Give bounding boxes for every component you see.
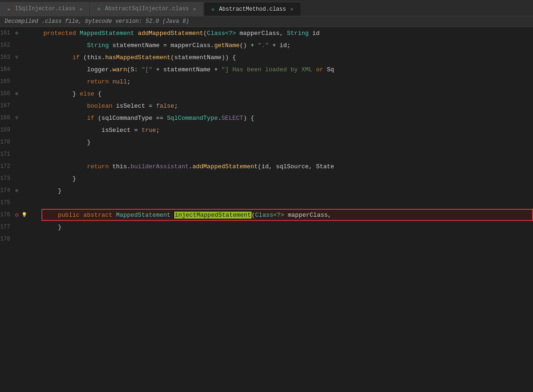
- empty-icon: [13, 199, 20, 206]
- plain: this.: [87, 54, 105, 61]
- java-icon: ☕: [6, 6, 12, 12]
- var: statementName: [174, 54, 221, 61]
- gutter-row-166: 166 ⊙: [0, 88, 40, 100]
- line-num-168: 168: [0, 115, 13, 121]
- keyword2: true: [142, 127, 156, 134]
- plain: + id;: [269, 42, 291, 49]
- code-content: protected MappedStatement addMappedState…: [40, 27, 533, 391]
- string: "[": [142, 66, 152, 73]
- gutter-row-165: 165: [0, 76, 40, 88]
- info-bar: Decompiled .class file, bytecode version…: [0, 16, 533, 27]
- debug-icon-176[interactable]: ⚙: [13, 211, 20, 219]
- type: SqlCommandType: [167, 115, 218, 122]
- code-lines: protected MappedStatement addMappedState…: [40, 27, 533, 245]
- code-line-176: public abstract MappedStatement injectMa…: [43, 209, 533, 221]
- paren: (: [171, 54, 174, 61]
- code-line-173: }: [43, 172, 533, 185]
- line-num-170: 170: [0, 139, 13, 145]
- highlighted-method-name: injectMappedStatement: [174, 212, 252, 219]
- paren: }: [87, 139, 91, 146]
- keyword: return: [87, 163, 113, 170]
- var: logger.: [87, 66, 113, 73]
- arrow-icon-163[interactable]: ▽: [13, 54, 20, 61]
- line-num-163: 163: [0, 54, 13, 61]
- tab-close[interactable]: ✕: [78, 6, 84, 13]
- code-line-175: [43, 197, 533, 209]
- method: getName: [214, 42, 240, 49]
- paren: }: [58, 187, 62, 194]
- info-text: Decompiled .class file, bytecode version…: [5, 18, 189, 25]
- method: hasMappedStatement: [105, 54, 171, 61]
- line-num-174: 174: [0, 187, 13, 194]
- paren: }: [72, 90, 80, 97]
- gutter-row-174: 174 ⊙: [0, 185, 40, 197]
- paren: (: [252, 212, 255, 219]
- keyword: public: [58, 212, 80, 219]
- lightbulb-icon-176[interactable]: 💡: [20, 211, 28, 219]
- keyword: protected: [43, 30, 80, 37]
- tab-abstractsqlinjector[interactable]: ◇ AbstractSqlInjector.class ✕: [90, 2, 204, 16]
- line-num-177: 177: [0, 224, 13, 230]
- gutter-row-161: 161 ⊙: [0, 27, 40, 39]
- plain: [43, 199, 47, 206]
- keyword: abstract: [83, 212, 116, 219]
- line-num-178: 178: [0, 236, 13, 242]
- field: SELECT: [221, 115, 243, 122]
- gutter-row-175: 175: [0, 197, 40, 209]
- tab-close[interactable]: ✕: [289, 6, 295, 13]
- plain: ;: [156, 127, 160, 134]
- keyword: return: [87, 78, 113, 85]
- var: mapperClass,: [288, 212, 332, 219]
- var: id, sqlSource, State: [261, 163, 334, 170]
- code-line-166: } else {: [43, 88, 533, 100]
- line-num-162: 162: [0, 42, 13, 48]
- code-line-167: boolean isSelect = false;: [43, 100, 533, 112]
- code-line-165: return null;: [43, 76, 533, 88]
- bookmark-icon-174[interactable]: ⊙: [13, 187, 20, 194]
- code-line-171: [43, 148, 533, 160]
- keyword2: null: [112, 78, 127, 85]
- arrow-icon-168[interactable]: ▽: [13, 114, 20, 122]
- tab-bar: ☕ ISqlInjector.class ✕ ◇ AbstractSqlInje…: [0, 0, 533, 16]
- gutter-row-169: 169: [0, 124, 40, 136]
- paren: (: [203, 30, 207, 37]
- empty-icon: [13, 151, 20, 158]
- line-num-161: 161: [0, 30, 13, 36]
- indent: [43, 187, 58, 194]
- plain: + statementName +: [152, 66, 221, 73]
- gutter-row-171: 171: [0, 148, 40, 160]
- type: MappedStatement: [80, 30, 138, 37]
- tab-close[interactable]: ✕: [191, 6, 198, 13]
- indent: [43, 175, 72, 182]
- code-line-163: if (this.hasMappedStatement(statementNam…: [43, 51, 533, 63]
- indent: [43, 212, 58, 219]
- tab-isqlinjector[interactable]: ☕ ISqlInjector.class ✕: [0, 2, 90, 16]
- tab-label: AbstractMethod.class: [219, 6, 286, 13]
- empty-icon: [13, 235, 20, 243]
- gutter-row-168: 168 ▽: [0, 112, 40, 124]
- gutter-row-178: 178: [0, 233, 40, 245]
- line-num-175: 175: [0, 199, 13, 206]
- indent: [43, 90, 72, 97]
- method: warn: [112, 66, 127, 73]
- line-num-172: 172: [0, 163, 13, 170]
- plain: this.: [112, 163, 130, 170]
- gutter-row-162: 162: [0, 39, 40, 51]
- type: Class<?>: [207, 30, 239, 37]
- var: mapperClass,: [239, 30, 287, 37]
- plain: +: [247, 42, 258, 49]
- paren: (: [98, 115, 102, 122]
- bookmark-icon-161[interactable]: ⊙: [13, 29, 20, 37]
- bookmark-icon-166[interactable]: ⊙: [13, 90, 20, 97]
- method-name: addMappedStatement: [138, 30, 203, 37]
- tab-abstractmethod[interactable]: ◇ AbstractMethod.class ✕: [204, 2, 301, 16]
- line-num-173: 173: [0, 175, 13, 182]
- plain: [43, 151, 47, 158]
- keyword: if: [72, 54, 83, 61]
- code-line-170: }: [43, 136, 533, 148]
- paren: (: [127, 66, 130, 73]
- empty-icon: [13, 175, 20, 182]
- paren: {: [98, 90, 102, 97]
- var: sqlCommandType ==: [102, 115, 167, 122]
- code-line-177: }: [43, 221, 533, 233]
